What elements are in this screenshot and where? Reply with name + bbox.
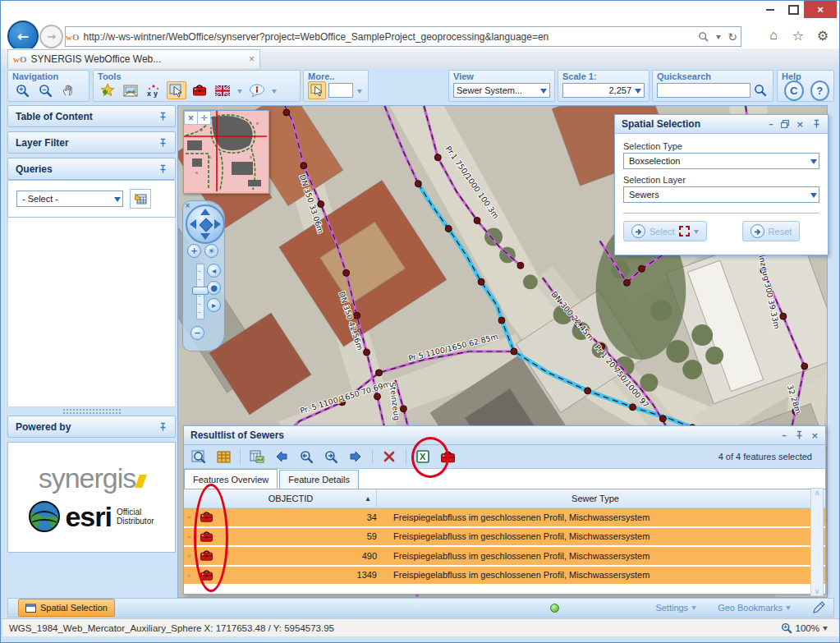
report-icon[interactable] [247, 448, 267, 466]
settings-menu[interactable]: Settings [655, 603, 696, 613]
toolbox-icon[interactable] [195, 530, 217, 543]
context-help-button[interactable]: C [784, 80, 804, 101]
sort-ascending-icon[interactable]: ▲ [365, 495, 376, 503]
manhole-dot[interactable] [498, 317, 505, 324]
zoom-previous-icon[interactable] [296, 448, 316, 466]
manhole-dot[interactable] [638, 265, 645, 272]
table-header-row[interactable]: OBJECTID ▲ Sewer Type [184, 489, 825, 508]
favorites-icon[interactable]: ☆ [787, 26, 810, 44]
page-zoom-icon[interactable]: + [781, 622, 792, 634]
full-extent-button[interactable]: ✳ [204, 244, 218, 258]
home-icon[interactable]: ⌂ [762, 26, 785, 44]
manhole-dot[interactable] [318, 201, 324, 208]
toolbox-icon[interactable] [195, 569, 217, 581]
scroll-down-icon[interactable]: ∨ [815, 587, 820, 595]
manhole-dot[interactable] [585, 388, 591, 394]
zoom-out-icon[interactable]: − [35, 81, 55, 99]
toolbox-icon[interactable] [195, 511, 217, 523]
send-map-icon[interactable] [121, 81, 140, 99]
window-titlebar[interactable] [1, 1, 840, 22]
search-icon[interactable] [695, 31, 713, 43]
next-feature-icon[interactable] [346, 448, 365, 466]
overview-move-icon[interactable]: ✛ [197, 111, 211, 125]
zoom-next-icon[interactable] [321, 448, 341, 466]
sidebar-item-powered-by[interactable]: Powered by [7, 416, 176, 438]
back-button[interactable]: ← [7, 21, 39, 52]
table-row[interactable]: ▸59Freispiegelabfluss im geschlossenen P… [184, 528, 825, 548]
manhole-dot[interactable] [301, 163, 307, 169]
select-dropdown-icon[interactable] [694, 230, 699, 237]
select-tool-icon[interactable] [167, 81, 186, 99]
reset-button[interactable]: Reset [742, 221, 801, 241]
query-editor-icon[interactable] [130, 189, 151, 209]
pan-icon[interactable] [58, 81, 78, 99]
maximize-button[interactable] [783, 1, 804, 18]
query-select-dropdown[interactable]: - Select - [16, 191, 123, 207]
more-tool-combobox[interactable] [328, 83, 353, 98]
select-button[interactable]: Select [623, 221, 707, 241]
tab-features-overview[interactable]: Features Overview [184, 469, 278, 489]
pin-icon[interactable] [158, 138, 168, 148]
search-dropdown-icon[interactable] [713, 31, 724, 42]
navwidget-close-icon[interactable]: × [185, 202, 190, 209]
zoom-to-selection-icon[interactable] [189, 448, 209, 466]
panel-close-icon[interactable]: × [796, 119, 804, 130]
toolbox-icon[interactable] [438, 448, 457, 466]
zoom-in-icon[interactable]: + [12, 81, 32, 99]
manhole-dot[interactable] [376, 370, 383, 376]
quicksearch-go-icon[interactable] [752, 81, 769, 99]
pin-icon[interactable] [158, 422, 168, 432]
tab-close-icon[interactable]: × [249, 53, 255, 65]
pin-icon[interactable] [158, 112, 168, 122]
next-extent-button[interactable]: ▸ [207, 298, 221, 312]
quicksearch-input[interactable] [657, 83, 750, 98]
manhole-dot[interactable] [801, 363, 808, 370]
manhole-dot[interactable] [624, 279, 631, 286]
redline-pencil-icon[interactable] [812, 601, 825, 614]
tab-feature-details[interactable]: Feature Details [279, 470, 359, 489]
add-favorite-icon[interactable] [98, 81, 117, 99]
map-navigation-widget[interactable]: × + ✳ ◂ ● ▸ − [182, 200, 225, 351]
view-dropdown[interactable]: Sewer System... [453, 83, 550, 98]
pin-icon[interactable] [794, 430, 804, 440]
browser-tab[interactable]: wO SYNERGIS WebOffice Web... × [7, 49, 260, 68]
pin-icon[interactable] [811, 119, 821, 129]
zoom-in-button[interactable]: + [187, 244, 201, 258]
manhole-dot[interactable] [478, 278, 484, 285]
pin-icon[interactable] [158, 164, 168, 174]
language-flag-icon[interactable] [213, 81, 232, 99]
panel-minimize-icon[interactable]: – [769, 119, 773, 130]
manhole-dot[interactable] [474, 218, 480, 224]
minimize-button[interactable] [760, 1, 781, 18]
panel-minimize-icon[interactable]: – [782, 430, 787, 441]
manhole-dot[interactable] [343, 269, 350, 276]
sidebar-item-table-of-content[interactable]: Table of Content [7, 105, 176, 127]
edit-tool-icon[interactable] [308, 81, 326, 99]
zoom-out-button[interactable]: − [190, 326, 204, 340]
sidebar-splitter[interactable] [7, 407, 176, 416]
manhole-dot[interactable] [374, 393, 381, 400]
geo-bookmarks-menu[interactable]: Geo Bookmarks [718, 603, 791, 613]
page-zoom-dropdown-icon[interactable] [823, 627, 828, 633]
spatial-selection-titlebar[interactable]: Spatial Selection – × [615, 115, 828, 134]
table-scrollbar[interactable]: ∧ ∨ [810, 488, 824, 596]
taskbar-spatial-selection-button[interactable]: Spatial Selection [18, 599, 115, 617]
info-dropdown-icon[interactable] [270, 81, 278, 99]
sidebar-item-layer-filter[interactable]: Layer Filter [7, 131, 176, 154]
excel-export-icon[interactable]: X [413, 448, 433, 466]
toolbox-icon[interactable] [195, 549, 217, 562]
selection-layer-dropdown[interactable]: Sewers [623, 186, 819, 203]
clear-selection-icon[interactable] [379, 448, 399, 466]
manhole-dot[interactable] [517, 262, 524, 269]
manhole-dot[interactable] [445, 226, 452, 232]
column-sewer-type[interactable]: Sewer Type [377, 494, 814, 503]
url-field[interactable]: wO http://w-ws-wintner/WebOffice/synserv… [65, 26, 741, 47]
prev-extent-button[interactable]: ◂ [207, 264, 221, 278]
overview-close-icon[interactable]: × [184, 111, 198, 125]
url-text[interactable]: http://w-ws-wintner/WebOffice/synserver?… [84, 31, 695, 43]
table-view-icon[interactable] [213, 448, 233, 466]
refresh-icon[interactable]: ↻ [724, 30, 741, 44]
compass-control[interactable] [186, 204, 225, 244]
column-objectid[interactable]: OBJECTID [217, 494, 365, 503]
language-dropdown-icon[interactable] [236, 81, 244, 99]
